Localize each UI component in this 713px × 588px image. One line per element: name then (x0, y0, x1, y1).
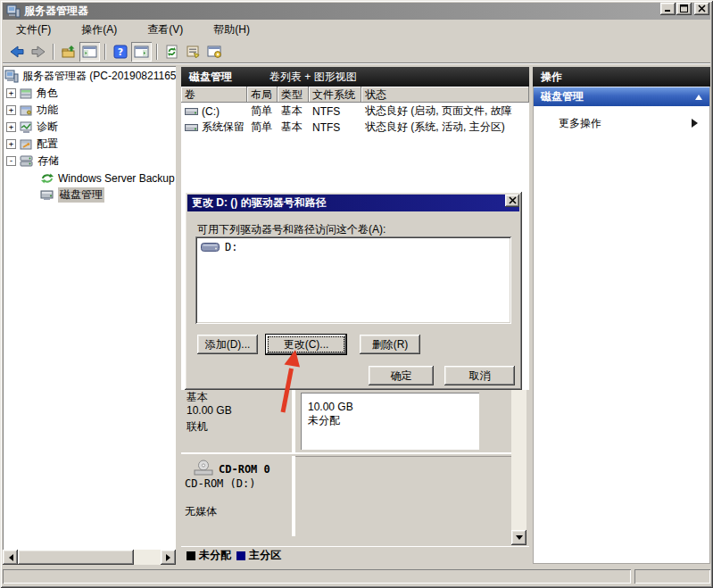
disk-management-icon (40, 189, 54, 201)
tree-item-features[interactable]: + 功能 (3, 102, 176, 119)
scroll-left-button[interactable] (3, 550, 18, 565)
refresh-button[interactable] (162, 42, 182, 62)
add-button-label: 添加(D)... (205, 337, 251, 352)
properties-icon (186, 45, 201, 59)
toolbar-separator (53, 44, 54, 60)
cdrom-name: CD-ROM 0 (219, 463, 270, 476)
tree-item-roles[interactable]: + 角色 (3, 85, 176, 102)
scroll-down-button[interactable] (511, 530, 526, 545)
expand-icon[interactable]: + (6, 139, 16, 149)
change-button[interactable]: 更改(C)... (265, 334, 347, 355)
console-tree-panel: 服务器管理器 (PC-20190821165 + 角色 + 功能 (3, 66, 176, 565)
properties-button[interactable] (183, 42, 203, 62)
tree-label: 存储 (37, 153, 59, 169)
scrollbar-track[interactable] (134, 550, 161, 565)
menu-view[interactable]: 查看(V) (139, 21, 191, 39)
tree-label: 配置 (37, 137, 58, 152)
close-button[interactable] (694, 3, 709, 15)
scroll-right-button[interactable] (161, 550, 176, 565)
volume-name: (C:) (202, 105, 220, 118)
show-action-pane-button[interactable] (131, 42, 152, 62)
legend-primary-swatch (236, 551, 245, 560)
maximize-icon (680, 4, 688, 12)
tree-label: 功能 (37, 103, 58, 118)
menu-help[interactable]: 帮助(H) (205, 21, 258, 39)
dialog-title-bar[interactable]: 更改 D: () 的驱动器号和路径 (187, 195, 519, 211)
expand-icon[interactable]: + (6, 88, 16, 98)
new-window-button[interactable] (204, 42, 225, 62)
more-actions-item[interactable]: 更多操作 (534, 113, 709, 133)
collapse-icon[interactable] (695, 91, 702, 100)
minimize-button[interactable] (660, 3, 676, 15)
close-icon (509, 196, 517, 204)
close-icon (698, 4, 706, 12)
horizontal-scrollbar[interactable] (3, 550, 176, 565)
drive-letter-listbox[interactable]: D: (195, 236, 511, 324)
cdrom-drive: CD-ROM (D:) (185, 477, 255, 490)
disk0-type: 基本 (187, 391, 286, 404)
maximize-button[interactable] (676, 3, 692, 15)
tree-item-storage[interactable]: - 存储 (3, 153, 176, 170)
toolbar-separator (156, 44, 158, 60)
status-bar-grip[interactable] (634, 569, 710, 584)
scrollbar-thumb[interactable] (18, 550, 134, 565)
actions-section-disk-management[interactable]: 磁盘管理 (534, 87, 709, 106)
tree-label: 角色 (37, 86, 58, 101)
window-title: 服务器管理器 (24, 4, 88, 19)
legend-unallocated-swatch (187, 551, 195, 560)
tree-item-windows-server-backup[interactable]: Windows Server Backup (3, 170, 176, 186)
tree-item-disk-management[interactable]: 磁盘管理 (3, 186, 176, 203)
column-header-status[interactable]: 状态 (361, 87, 529, 103)
scroll-right-icon (166, 554, 174, 561)
help-button[interactable]: ? (110, 42, 130, 62)
console-tree: 服务器管理器 (PC-20190821165 + 角色 + 功能 (3, 66, 176, 550)
server-manager-icon (4, 70, 19, 83)
actions-pane-header: 操作 (533, 67, 710, 87)
configuration-icon (20, 138, 33, 151)
cdrom-empty-region[interactable] (295, 456, 511, 536)
column-header-volume[interactable]: 卷 (181, 87, 247, 103)
forward-button[interactable] (28, 42, 48, 62)
svg-text:?: ? (117, 46, 122, 58)
cancel-button[interactable]: 取消 (444, 366, 515, 385)
volume-filesystem: NTFS (309, 105, 361, 118)
volume-filesystem: NTFS (309, 121, 361, 134)
add-button[interactable]: 添加(D)... (197, 335, 258, 354)
disk0-row: 基本 10.00 GB 联机 10.00 GB 未分配 (181, 390, 511, 454)
expand-icon[interactable]: + (6, 105, 16, 115)
show-console-tree-button[interactable] (79, 42, 100, 62)
ok-button[interactable]: 确定 (369, 366, 434, 385)
disk0-info-cell[interactable]: 基本 10.00 GB 联机 (181, 390, 295, 452)
title-bar[interactable]: 服务器管理器 (3, 3, 710, 20)
up-one-level-button[interactable] (58, 42, 79, 62)
menu-file[interactable]: 文件(F) (8, 21, 59, 39)
tree-label: 诊断 (37, 120, 58, 135)
back-icon (9, 45, 25, 59)
remove-button[interactable]: 删除(R) (360, 335, 420, 354)
column-header-type[interactable]: 类型 (278, 87, 309, 103)
change-button-label: 更改(C)... (284, 337, 329, 352)
tree-item-server-manager[interactable]: 服务器管理器 (PC-20190821165 (3, 68, 176, 85)
unallocated-partition-box[interactable]: 10.00 GB 未分配 (301, 393, 479, 450)
menu-action[interactable]: 操作(A) (73, 21, 125, 39)
dialog-close-button[interactable] (505, 195, 519, 207)
actions-pane: 磁盘管理 更多操作 (533, 87, 710, 564)
dialog-title: 更改 D: () 的驱动器号和路径 (192, 195, 327, 211)
drive-letter-item[interactable]: D: (201, 241, 506, 253)
volume-layout: 简单 (247, 104, 278, 119)
back-button[interactable] (6, 42, 27, 62)
forward-icon (30, 45, 46, 59)
column-header-layout[interactable]: 布局 (247, 87, 278, 103)
volume-row-c[interactable]: (C:) 简单 基本 NTFS 状态良好 (启动, 页面文件, 故障 (181, 104, 529, 119)
refresh-icon (164, 45, 179, 59)
column-header-filesystem[interactable]: 文件系统 (309, 87, 361, 103)
collapse-icon[interactable]: - (6, 156, 16, 166)
cdrom-info-cell[interactable]: CD-ROM 0 CD-ROM (D:) 无媒体 (181, 456, 295, 536)
tree-item-configuration[interactable]: + 配置 (3, 136, 176, 153)
status-bar (3, 569, 631, 584)
tree-item-diagnostics[interactable]: + 诊断 (3, 119, 176, 136)
expand-icon[interactable]: + (6, 122, 16, 132)
vertical-scrollbar[interactable] (511, 390, 526, 545)
volume-icon (185, 123, 199, 132)
volume-row-system-reserved[interactable]: 系统保留 简单 基本 NTFS 状态良好 (系统, 活动, 主分区) (181, 120, 529, 135)
